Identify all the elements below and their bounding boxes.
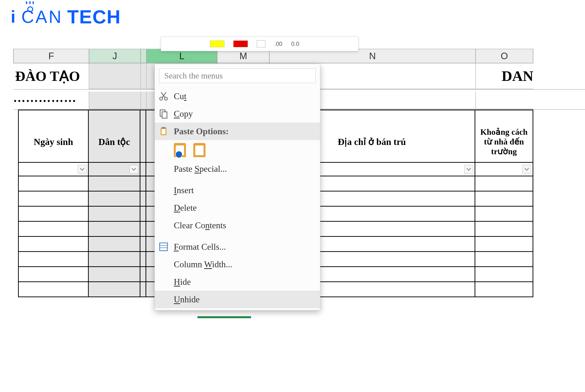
- table-cell[interactable]: [18, 252, 89, 267]
- title-right-cell[interactable]: DAN: [475, 63, 533, 89]
- table-cell[interactable]: [475, 267, 533, 282]
- table-cell[interactable]: [140, 206, 146, 222]
- borders-icon[interactable]: [257, 40, 265, 48]
- table-cell[interactable]: [89, 282, 140, 297]
- table-cell[interactable]: [18, 267, 89, 282]
- filter-cell-o[interactable]: [475, 163, 533, 176]
- column-letter-l: L: [179, 52, 184, 61]
- column-header-o[interactable]: O: [475, 49, 533, 63]
- filter-dropdown-icon[interactable]: [78, 165, 87, 174]
- column-header-f[interactable]: F: [13, 49, 89, 63]
- paste-keep-formatting-icon[interactable]: [174, 143, 186, 157]
- menu-format-cells[interactable]: Format Cells...: [155, 238, 320, 256]
- table-header-khoangcach: Khoảng cách từ nhà đến trường: [475, 121, 533, 163]
- logo-letter-i: i: [11, 8, 15, 25]
- bulb-icon: [27, 6, 33, 12]
- selected-cell[interactable]: [140, 92, 146, 109]
- copy-icon: [158, 108, 169, 119]
- menu-label: Insert: [174, 186, 194, 195]
- table-cell[interactable]: [89, 222, 140, 237]
- font-color-red[interactable]: [233, 40, 248, 47]
- table-cell[interactable]: [140, 252, 146, 267]
- table-cell[interactable]: [475, 176, 533, 192]
- menu-unhide[interactable]: Unhide: [155, 291, 320, 308]
- menu-label: Cut: [174, 92, 187, 100]
- selected-cell[interactable]: [140, 63, 146, 89]
- table-header-dantoc: Dân tộc: [89, 121, 140, 163]
- search-placeholder: Search the menus: [164, 72, 223, 80]
- cell[interactable]: [475, 92, 533, 109]
- svg-rect-5: [162, 129, 166, 134]
- table-cell[interactable]: [89, 252, 140, 267]
- table-cell[interactable]: [140, 282, 146, 297]
- menu-label: Copy: [174, 110, 193, 118]
- table-cell[interactable]: [140, 237, 146, 252]
- table-cell[interactable]: [475, 206, 533, 222]
- logo-text-tech: TECH: [67, 7, 121, 26]
- menu-label: Paste Options:: [174, 127, 229, 136]
- filter-cell-f[interactable]: [18, 163, 89, 176]
- table-cell[interactable]: [475, 192, 533, 206]
- cell[interactable]: [140, 110, 146, 122]
- filter-dropdown-icon[interactable]: [464, 165, 473, 174]
- menu-label: Hide: [174, 278, 191, 286]
- menu-column-width[interactable]: Column Width...: [155, 256, 320, 273]
- menu-label: Delete: [174, 204, 197, 212]
- selection-indicator: [197, 316, 251, 318]
- table-cell[interactable]: [89, 237, 140, 252]
- brand-logo: ' ' ' i CAN TECH: [11, 7, 121, 26]
- table-cell[interactable]: [89, 176, 140, 192]
- menu-insert[interactable]: Insert: [155, 182, 320, 199]
- selected-cell[interactable]: [89, 63, 140, 89]
- mini-toolbar: .00 0.0: [161, 36, 358, 51]
- column-header-j[interactable]: J: [89, 49, 140, 63]
- cell[interactable]: [89, 110, 140, 122]
- table-cell[interactable]: [140, 222, 146, 237]
- table-cell[interactable]: [140, 192, 146, 206]
- filter-dropdown-icon[interactable]: [522, 165, 531, 174]
- filter-cell-j[interactable]: [89, 163, 140, 176]
- table-cell[interactable]: [475, 222, 533, 237]
- menu-label: Column Width...: [174, 260, 232, 269]
- cell[interactable]: [18, 110, 89, 122]
- title-left: ĐÀO TẠO: [13, 69, 89, 83]
- increase-decimal[interactable]: 0.0: [291, 41, 299, 47]
- menu-paste-options-header: Paste Options:: [155, 122, 320, 140]
- fill-color-yellow[interactable]: [210, 40, 225, 47]
- table-cell[interactable]: [475, 282, 533, 297]
- paste-option-icons: [155, 140, 320, 160]
- selected-cell[interactable]: [89, 92, 140, 109]
- table-cell[interactable]: [18, 237, 89, 252]
- cell[interactable]: [475, 110, 533, 122]
- dots: ……………: [13, 92, 89, 104]
- table-cell[interactable]: [475, 237, 533, 252]
- table-cell[interactable]: [89, 267, 140, 282]
- menu-label: Format Cells...: [174, 242, 226, 251]
- menu-cut[interactable]: Cut: [155, 88, 320, 105]
- table-cell[interactable]: [475, 252, 533, 267]
- filter-dropdown-icon[interactable]: [130, 165, 138, 174]
- svg-rect-3: [162, 112, 167, 118]
- filter-cell-hidden[interactable]: [140, 163, 146, 176]
- table-header-ngaysinh: Ngày sinh: [18, 121, 89, 163]
- paste-default-icon[interactable]: [193, 143, 206, 157]
- title-right: DAN: [502, 69, 533, 83]
- table-cell[interactable]: [18, 192, 89, 206]
- menu-clear-contents[interactable]: Clear Contents: [155, 216, 320, 234]
- menu-hide[interactable]: Hide: [155, 273, 320, 291]
- menu-copy[interactable]: Copy: [155, 105, 320, 122]
- table-cell[interactable]: [140, 267, 146, 282]
- decrease-decimal[interactable]: .00: [274, 41, 282, 47]
- menu-delete[interactable]: Delete: [155, 199, 320, 216]
- table-cell[interactable]: [18, 176, 89, 192]
- table-cell[interactable]: [18, 206, 89, 222]
- svg-rect-7: [160, 243, 168, 251]
- table-cell[interactable]: [89, 206, 140, 222]
- table-cell[interactable]: [140, 176, 146, 192]
- menu-search-input[interactable]: Search the menus: [159, 68, 316, 83]
- table-cell[interactable]: [18, 222, 89, 237]
- column-header-hidden-gap[interactable]: [140, 49, 146, 63]
- menu-paste-special[interactable]: Paste Special...: [155, 160, 320, 178]
- table-cell[interactable]: [89, 192, 140, 206]
- table-cell[interactable]: [18, 282, 89, 297]
